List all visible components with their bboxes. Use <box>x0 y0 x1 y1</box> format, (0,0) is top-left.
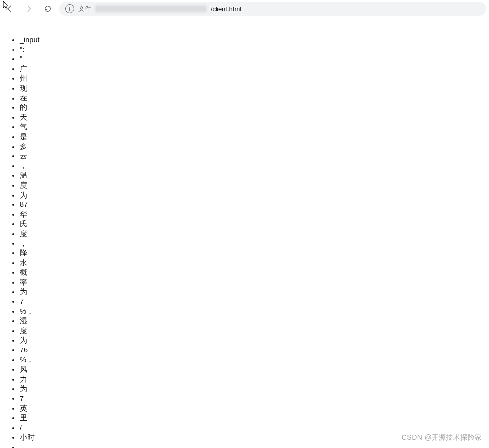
list-item: 小时 <box>20 433 489 443</box>
list-item: / <box>20 423 489 433</box>
list-item: 华 <box>20 210 489 220</box>
list-item <box>20 443 489 448</box>
list-item: 概 <box>20 268 489 278</box>
list-item: 天 <box>20 113 489 123</box>
list-item: 州 <box>20 74 489 84</box>
list-item: 英 <box>20 404 489 414</box>
list-item: 的 <box>20 103 489 113</box>
list-item: 7 <box>20 394 489 404</box>
list-item: 7 <box>20 297 489 307</box>
list-item: 在 <box>20 94 489 103</box>
list-item: 力 <box>20 375 489 385</box>
list-item: 温 <box>20 171 489 181</box>
address-prefix: 文件 <box>78 4 91 13</box>
reload-button[interactable] <box>41 2 54 16</box>
list-item: %， <box>20 307 489 317</box>
forward-button[interactable] <box>22 2 36 16</box>
list-item: 氏 <box>20 219 489 229</box>
list-item: 是 <box>20 132 489 142</box>
list-item: ": <box>20 45 489 55</box>
address-bar[interactable]: i 文件 /client.html <box>59 2 486 16</box>
list-item: " <box>20 54 489 64</box>
output-list: _input ": " 广 州 现 在 的 天 气 是 多 云 ， 温 度 为 … <box>0 35 489 448</box>
list-item: 里 <box>20 413 489 423</box>
address-hidden-segment <box>95 5 207 12</box>
list-item: ， <box>20 161 489 171</box>
list-item: 76 <box>20 346 489 355</box>
list-item: 为 <box>20 336 489 346</box>
list-item: 广 <box>20 64 489 74</box>
list-item: 降 <box>20 249 489 258</box>
list-item: 度 <box>20 326 489 336</box>
list-item: 湿 <box>20 316 489 326</box>
back-button[interactable] <box>3 2 17 16</box>
list-item: 风 <box>20 365 489 375</box>
list-item: 为 <box>20 287 489 297</box>
list-item: 为 <box>20 384 489 394</box>
browser-tabstrip-gap <box>0 18 489 35</box>
browser-toolbar: i 文件 /client.html <box>0 0 489 18</box>
list-item: 度 <box>20 229 489 239</box>
list-item: _input <box>20 35 489 45</box>
address-path: /client.html <box>211 5 241 13</box>
list-item: 气 <box>20 122 489 132</box>
list-item: ， <box>20 239 489 249</box>
list-item: 为 <box>20 191 489 200</box>
list-item: 水 <box>20 258 489 268</box>
list-item: 现 <box>20 84 489 94</box>
list-item: 87 <box>20 200 489 210</box>
list-item: 多 <box>20 142 489 152</box>
list-item: %， <box>20 355 489 365</box>
list-item: 度 <box>20 181 489 191</box>
list-item: 云 <box>20 151 489 161</box>
site-info-icon[interactable]: i <box>65 4 74 13</box>
list-item: 率 <box>20 278 489 288</box>
page-content: _input ": " 广 州 现 在 的 天 气 是 多 云 ， 温 度 为 … <box>0 35 489 448</box>
